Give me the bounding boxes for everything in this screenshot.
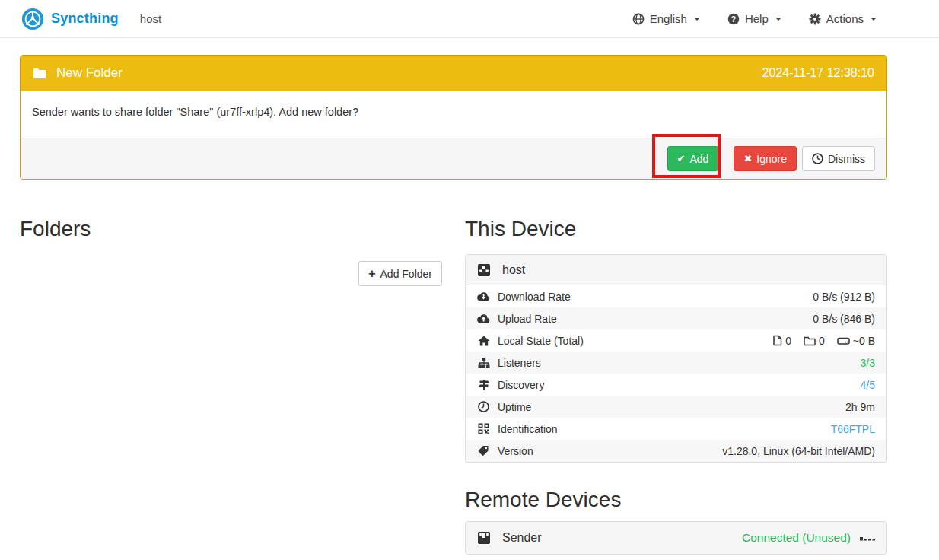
- clock-icon: [812, 153, 823, 164]
- folder-icon: [33, 68, 46, 79]
- cloud-upload-icon: [477, 313, 490, 323]
- brand-name: Syncthing: [51, 11, 119, 27]
- row-label: Version: [498, 445, 533, 457]
- remote-device-name: Sender: [502, 531, 542, 545]
- file-icon: [772, 335, 782, 346]
- notification-header: New Folder 2024-11-17 12:38:10: [21, 56, 886, 91]
- plus-icon: +: [368, 268, 375, 280]
- question-circle-icon: ?: [727, 13, 740, 25]
- dismiss-button[interactable]: Dismiss: [802, 146, 875, 171]
- identification-row: Identification T66FTPL: [466, 418, 886, 440]
- device-icon: [477, 263, 491, 277]
- navbar-device-name: host: [140, 12, 161, 25]
- tag-icon: [477, 445, 490, 457]
- version-row: Version v1.28.0, Linux (64-bit Intel/AMD…: [466, 440, 886, 462]
- help-menu-label: Help: [745, 12, 769, 25]
- add-folder-button[interactable]: + Add Folder: [358, 261, 442, 286]
- navbar: Syncthing host English ? Help: [0, 0, 939, 38]
- ignore-button[interactable]: ✖ Ignore: [734, 146, 797, 171]
- chevron-down-icon: [871, 18, 877, 21]
- notification-body: Sender wants to share folder "Share" (ur…: [21, 91, 886, 138]
- qrcode-icon: [477, 423, 490, 434]
- language-menu[interactable]: English: [632, 12, 700, 25]
- discovery-row: Discovery 4/5: [466, 374, 886, 396]
- row-label: Local State (Total): [498, 335, 584, 347]
- notification-message: Sender wants to share folder "Share" (ur…: [32, 106, 358, 118]
- help-menu[interactable]: ? Help: [727, 12, 781, 25]
- row-label: Listeners: [498, 357, 541, 369]
- clock-icon: [477, 401, 490, 412]
- add-button[interactable]: ✔ Add: [667, 146, 719, 171]
- sitemap-icon: [477, 358, 490, 368]
- uptime-row: Uptime 2h 9m: [466, 396, 886, 418]
- this-device-header[interactable]: host: [466, 255, 886, 285]
- local-files-count: 0: [785, 335, 791, 347]
- hdd-icon: [837, 336, 850, 345]
- signpost-icon: [477, 380, 490, 390]
- download-rate-row: Download Rate 0 B/s (912 B): [466, 285, 886, 307]
- notification-footer: ✔ Add ✖ Ignore Dismiss: [21, 138, 886, 179]
- row-label: Upload Rate: [498, 313, 557, 325]
- this-device-heading: This Device: [465, 216, 887, 241]
- folder-outline-icon: [804, 336, 816, 346]
- new-folder-notification-panel: New Folder 2024-11-17 12:38:10 Sender wa…: [20, 55, 887, 180]
- folders-column: Folders + Add Folder: [20, 216, 442, 555]
- row-value: v1.28.0, Linux (64-bit Intel/AMD): [722, 445, 875, 457]
- upload-rate-row: Upload Rate 0 B/s (846 B): [466, 307, 886, 329]
- listeners-row: Listeners 3/3: [466, 352, 886, 374]
- row-label: Discovery: [498, 379, 544, 391]
- row-value: 0 B/s (912 B): [813, 291, 875, 303]
- remote-device-panel: Sender Connected (Unused): [465, 521, 887, 555]
- row-value: 3/3: [861, 357, 875, 369]
- gear-icon: [809, 13, 821, 25]
- remote-device-header[interactable]: Sender Connected (Unused): [466, 522, 886, 554]
- signal-strength-icon: [860, 533, 875, 542]
- chevron-down-icon: [694, 18, 700, 21]
- this-device-panel: host Download Rate 0 B/s (912 B): [465, 254, 887, 463]
- local-size: ~0 B: [853, 335, 875, 347]
- row-value: 0 B/s (846 B): [813, 313, 875, 325]
- local-state-row: Local State (Total) 0: [466, 329, 886, 352]
- chevron-down-icon: [775, 18, 781, 21]
- local-state-values: 0 0: [772, 335, 875, 347]
- local-folders-count: 0: [819, 335, 825, 347]
- row-value: 2h 9m: [845, 401, 875, 413]
- row-label: Identification: [498, 423, 558, 435]
- row-label: Uptime: [498, 401, 531, 413]
- remote-device-status: Connected (Unused): [742, 531, 851, 545]
- cloud-download-icon: [477, 291, 490, 301]
- actions-menu-label: Actions: [826, 12, 864, 25]
- device-id-link[interactable]: T66FTPL: [831, 423, 875, 435]
- this-device-name: host: [502, 263, 525, 277]
- check-icon: ✔: [677, 154, 686, 164]
- notification-timestamp: 2024-11-17 12:38:10: [762, 66, 874, 80]
- syncthing-logo-brand[interactable]: Syncthing: [21, 8, 119, 30]
- x-icon: ✖: [743, 154, 752, 164]
- actions-menu[interactable]: Actions: [809, 12, 877, 25]
- device-icon: [477, 531, 491, 545]
- syncthing-logo-icon: [21, 8, 44, 30]
- folders-heading: Folders: [20, 216, 442, 241]
- home-icon: [477, 336, 490, 346]
- row-value[interactable]: 4/5: [861, 379, 875, 391]
- globe-icon: [632, 13, 645, 25]
- row-label: Download Rate: [498, 291, 571, 303]
- remote-devices-heading: Remote Devices: [465, 487, 887, 512]
- svg-text:?: ?: [731, 14, 736, 23]
- navbar-menus: English ? Help: [632, 12, 877, 25]
- devices-column: This Device host: [465, 216, 887, 555]
- notification-title: New Folder: [56, 65, 123, 81]
- language-menu-label: English: [650, 12, 687, 25]
